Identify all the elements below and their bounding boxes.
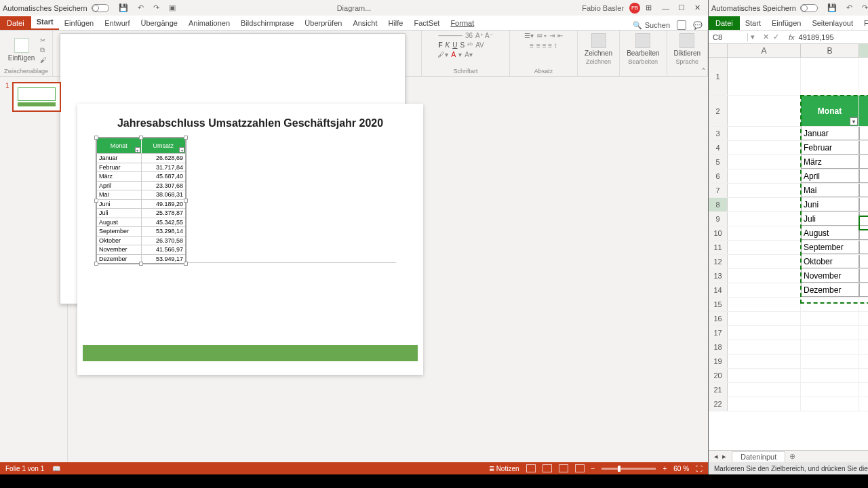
table-row[interactable]: 3Januar26.628,69 <box>709 127 868 141</box>
table-row[interactable]: 4Februar31.717,84 <box>709 141 868 155</box>
tab-animations[interactable]: Animationen <box>183 16 235 30</box>
table-row[interactable]: 7Mai38.068,31 <box>709 184 868 198</box>
undo-icon[interactable]: ↶ <box>846 3 852 12</box>
format-painter-icon[interactable]: 🖌 <box>40 56 47 64</box>
zoom-out-icon[interactable]: − <box>591 465 595 472</box>
tab-slideshow[interactable]: Bildschirmprase <box>235 16 299 30</box>
maximize-icon[interactable]: ☐ <box>678 3 689 12</box>
tab-start[interactable]: Start <box>31 15 59 30</box>
filter-icon[interactable]: ▾ <box>179 147 184 152</box>
avatar[interactable]: FB <box>629 3 640 14</box>
namebox-dropdown-icon[interactable]: ▾ <box>748 33 757 41</box>
fx-icon[interactable]: fx <box>789 33 795 41</box>
spellcheck-icon[interactable]: 📖 <box>52 465 60 472</box>
tab-factset[interactable]: FactSet <box>408 16 445 30</box>
redo-icon[interactable]: ↷▾ <box>862 3 868 12</box>
tab-formulas[interactable]: Formeln <box>859 16 868 30</box>
table-row[interactable]: 22 <box>709 397 868 411</box>
table-row[interactable]: 12Oktober26.370,58 <box>709 255 868 269</box>
copy-icon[interactable]: ⧉ <box>40 46 47 54</box>
tab-start[interactable]: Start <box>740 16 766 30</box>
collapse-ribbon-icon[interactable]: ˄ <box>702 67 705 75</box>
sheet-next-icon[interactable]: ▸ <box>722 452 726 461</box>
spreadsheet-grid[interactable]: 1 2 Monat▾ Umsatz▾ 3Januar26.628,694Febr… <box>709 58 868 450</box>
toggle-switch[interactable] <box>92 4 109 12</box>
close-icon[interactable]: ✕ <box>694 3 705 12</box>
table-row[interactable]: 20 <box>709 369 868 383</box>
comments-icon[interactable]: 💬 <box>693 21 703 30</box>
numbering-icon[interactable]: ⩸▾ <box>536 32 547 39</box>
align-icon[interactable]: ≡ <box>530 42 534 49</box>
sheet-prev-icon[interactable]: ◂ <box>714 452 718 461</box>
underline-button[interactable]: U <box>452 41 457 49</box>
table-row[interactable]: 6April23.307,68 <box>709 169 868 184</box>
share-icon[interactable] <box>677 20 686 30</box>
table-row[interactable]: 10August45.342,55 <box>709 226 868 241</box>
sheet-tab-dateninput[interactable]: Dateninput <box>732 451 785 462</box>
zoom-level[interactable]: 60 % <box>673 465 689 472</box>
save-icon[interactable]: 💾 <box>827 3 837 12</box>
zoom-slider[interactable] <box>601 468 656 470</box>
cancel-formula-icon[interactable]: ✕ <box>763 33 769 41</box>
tab-format[interactable]: Format <box>445 16 479 30</box>
bold-button[interactable]: F <box>438 41 442 49</box>
slideshow-view-icon[interactable] <box>575 464 585 472</box>
table-row[interactable]: 9Juli25.378,87 <box>709 212 868 226</box>
search-box[interactable]: 🔍 Suchen <box>633 21 670 30</box>
reading-view-icon[interactable] <box>559 464 568 472</box>
add-sheet-icon[interactable]: ⊕ <box>789 452 795 461</box>
paste-button[interactable]: Einfügen <box>5 37 37 63</box>
save-icon[interactable]: 💾 <box>119 3 128 12</box>
tab-design[interactable]: Entwurf <box>99 16 135 30</box>
embedded-table[interactable]: Monat▾ Umsatz▾ Januar26.628,69Februar31.… <box>96 138 186 264</box>
fit-icon[interactable]: ⛶ <box>696 465 703 472</box>
name-box[interactable]: C8 <box>709 33 748 41</box>
col-A[interactable]: A <box>728 44 801 57</box>
tab-view[interactable]: Ansicht <box>347 16 382 30</box>
ribbon-options-icon[interactable]: ⊞ <box>646 3 656 12</box>
zoom-in-icon[interactable]: + <box>663 465 667 472</box>
table-row[interactable]: 5März45.687,40 <box>709 155 868 169</box>
normal-view-icon[interactable] <box>526 464 536 472</box>
header-umsatz[interactable]: Umsatz▾ <box>859 96 868 126</box>
shapes-button[interactable]: Zeichnen <box>582 32 615 58</box>
table-row[interactable]: 15 <box>709 298 868 312</box>
col-C[interactable]: C <box>859 44 868 57</box>
table-row[interactable]: 21 <box>709 383 868 397</box>
sorter-view-icon[interactable] <box>542 464 552 472</box>
autosave-toggle[interactable]: Automatisches Speichern <box>3 4 109 12</box>
tab-layout[interactable]: Seitenlayout <box>806 16 859 30</box>
table-row[interactable]: 19 <box>709 354 868 369</box>
table-row[interactable]: 18 <box>709 340 868 354</box>
select-all-corner[interactable] <box>709 44 728 57</box>
table-row[interactable]: 11September53.298,14 <box>709 241 868 255</box>
strike-button[interactable]: S <box>460 41 465 49</box>
tab-insert[interactable]: Einfügen <box>766 16 806 30</box>
table-row[interactable]: 8Juni49.189,20 <box>709 198 868 212</box>
slide-canvas-area[interactable]: Jahresabschluss Umsatzzahlen Geschäftsja… <box>68 77 708 462</box>
table-row[interactable]: 17 <box>709 326 868 340</box>
tab-review[interactable]: Überprüfen <box>299 16 347 30</box>
indent-icon[interactable]: ⇥ <box>549 32 555 39</box>
filter-icon[interactable]: ▾ <box>850 117 858 125</box>
minimize-icon[interactable]: — <box>662 4 673 12</box>
undo-icon[interactable]: ↶ <box>138 3 144 12</box>
table-row[interactable]: 13November41.566,97 <box>709 269 868 283</box>
find-button[interactable]: Bearbeiten <box>624 32 662 58</box>
header-monat[interactable]: Monat▾ <box>801 96 859 126</box>
tab-help[interactable]: Hilfe <box>382 16 408 30</box>
redo-icon[interactable]: ↷ <box>153 3 159 12</box>
cut-icon[interactable]: ✂ <box>40 37 47 44</box>
italic-button[interactable]: K <box>446 41 450 49</box>
tab-file[interactable]: Datei <box>709 16 740 30</box>
tab-transitions[interactable]: Übergänge <box>135 16 182 30</box>
table-row[interactable]: 16 <box>709 312 868 326</box>
slideshow-icon[interactable]: ▣ <box>169 3 176 12</box>
accept-formula-icon[interactable]: ✓ <box>773 33 779 41</box>
dictate-button[interactable]: Diktieren <box>671 32 703 58</box>
notes-button[interactable]: ≣ Notizen <box>489 465 519 472</box>
autosave-toggle[interactable]: Automatisches Speichern <box>711 4 818 12</box>
table-row[interactable]: 14Dezember53.949,17 <box>709 283 868 298</box>
formula-value[interactable]: 49189,195 <box>799 33 834 41</box>
tab-insert[interactable]: Einfügen <box>59 16 99 30</box>
